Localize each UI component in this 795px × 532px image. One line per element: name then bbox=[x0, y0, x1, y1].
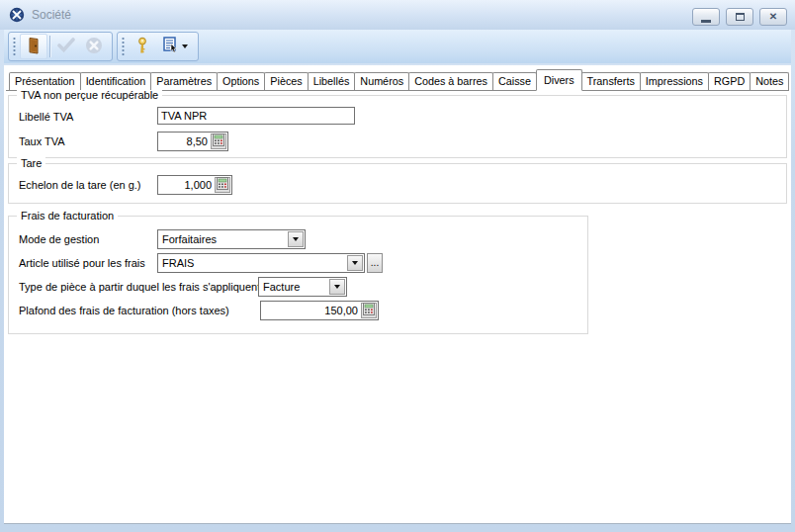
tab-options[interactable]: Options bbox=[217, 72, 265, 90]
wizard-button[interactable] bbox=[129, 34, 156, 59]
plafond-frais-label: Plafond des frais de facturation (hors t… bbox=[19, 305, 229, 316]
article-frais-label: Article utilisé pour les frais bbox=[19, 257, 145, 269]
type-piece-dropdown-button[interactable] bbox=[329, 279, 345, 295]
cancel-button[interactable] bbox=[80, 34, 108, 59]
article-frais-dropdown-button[interactable] bbox=[347, 255, 363, 271]
actions-menu-button[interactable] bbox=[156, 34, 194, 59]
group-tare-legend: Tare bbox=[17, 156, 45, 171]
tab-identification[interactable]: Identification bbox=[80, 72, 152, 90]
app-logo-icon bbox=[9, 7, 25, 23]
maximize-icon bbox=[736, 13, 745, 21]
calculator-icon bbox=[213, 133, 224, 149]
article-frais-value: FRAIS bbox=[158, 257, 347, 269]
group-frais-facturation: Frais de facturation Mode de gestion For… bbox=[8, 216, 588, 334]
toolbar-grip[interactable] bbox=[121, 37, 126, 56]
type-piece-dropdown[interactable]: Facture bbox=[258, 277, 347, 297]
key-icon bbox=[134, 37, 150, 57]
page-content: Présentation Identification Paramètres O… bbox=[4, 65, 791, 524]
group-tare: Tare Echelon de la tare (en g.) bbox=[8, 163, 787, 204]
societe-window: Société ✕ bbox=[0, 0, 795, 532]
form-list-icon bbox=[163, 37, 178, 56]
plafond-frais-field[interactable] bbox=[260, 301, 379, 320]
minimize-button[interactable] bbox=[692, 8, 720, 26]
chevron-down-icon bbox=[334, 285, 340, 289]
tab-presentation[interactable]: Présentation bbox=[9, 72, 81, 90]
tab-pieces[interactable]: Pièces bbox=[264, 72, 308, 90]
libelle-tva-input[interactable] bbox=[157, 107, 355, 125]
close-button[interactable]: ✕ bbox=[759, 8, 787, 26]
toolbar-grip[interactable] bbox=[12, 37, 17, 56]
tab-caisse[interactable]: Caisse bbox=[492, 72, 537, 90]
echelon-tare-input[interactable] bbox=[158, 179, 215, 191]
group-frais-legend: Frais de facturation bbox=[17, 209, 118, 223]
echelon-tare-label: Echelon de la tare (en g.) bbox=[19, 179, 141, 191]
tab-libelles[interactable]: Libellés bbox=[308, 72, 356, 90]
validate-button[interactable] bbox=[52, 34, 80, 59]
tab-notes[interactable]: Notes bbox=[750, 72, 789, 90]
check-icon bbox=[57, 38, 75, 55]
tab-divers[interactable]: Divers bbox=[536, 69, 582, 91]
tab-transferts[interactable]: Transferts bbox=[581, 72, 641, 90]
group-tva-legend: TVA non perçue récupérable bbox=[17, 88, 162, 103]
toolbar-group-actions bbox=[117, 32, 199, 61]
chevron-down-icon bbox=[293, 237, 299, 241]
door-icon bbox=[26, 37, 42, 57]
maximize-button[interactable] bbox=[726, 8, 753, 26]
type-piece-value: Facture bbox=[259, 281, 329, 293]
cross-circle-icon bbox=[85, 37, 103, 57]
window-title: Société bbox=[32, 8, 71, 22]
echelon-tare-field[interactable] bbox=[157, 175, 232, 195]
toolbar-group-main bbox=[8, 32, 113, 61]
chevron-down-icon bbox=[182, 44, 188, 48]
close-icon: ✕ bbox=[769, 12, 777, 22]
tab-rgpd[interactable]: RGPD bbox=[708, 72, 751, 90]
taux-tva-field[interactable] bbox=[157, 132, 228, 151]
tab-parametres[interactable]: Paramètres bbox=[150, 72, 218, 90]
tab-codes-a-barres[interactable]: Codes à barres bbox=[408, 72, 493, 90]
calculator-icon bbox=[363, 303, 375, 318]
tabbar: Présentation Identification Paramètres O… bbox=[6, 68, 789, 91]
mode-gestion-dropdown[interactable]: Forfaitaires bbox=[157, 229, 306, 249]
chevron-down-icon bbox=[352, 261, 358, 265]
titlebar: Société ✕ bbox=[0, 0, 795, 30]
mode-gestion-dropdown-button[interactable] bbox=[288, 231, 304, 247]
mode-gestion-label: Mode de gestion bbox=[19, 233, 99, 245]
tab-impressions[interactable]: Impressions bbox=[640, 72, 709, 90]
libelle-tva-label: Libellé TVA bbox=[19, 111, 73, 123]
type-piece-label: Type de pièce à partir duquel les frais … bbox=[19, 281, 260, 293]
calculator-button[interactable] bbox=[361, 303, 377, 318]
calculator-button[interactable] bbox=[215, 177, 230, 193]
calculator-button[interactable] bbox=[211, 133, 226, 149]
group-tva-npr: TVA non perçue récupérable Libellé TVA T… bbox=[8, 95, 787, 158]
toolbar bbox=[4, 30, 791, 63]
taux-tva-input[interactable] bbox=[158, 135, 211, 147]
minimize-icon bbox=[701, 20, 711, 23]
plafond-frais-input[interactable] bbox=[261, 305, 361, 316]
tab-numeros[interactable]: Numéros bbox=[354, 72, 409, 90]
window-controls: ✕ bbox=[692, 8, 787, 26]
exit-button[interactable] bbox=[20, 34, 47, 59]
calculator-icon bbox=[217, 177, 228, 193]
mode-gestion-value: Forfaitaires bbox=[158, 233, 288, 245]
article-frais-dropdown[interactable]: FRAIS bbox=[157, 253, 365, 273]
toolbar-separator bbox=[49, 36, 50, 57]
taux-tva-label: Taux TVA bbox=[19, 135, 65, 147]
article-frais-browse-button[interactable]: ... bbox=[367, 253, 383, 273]
